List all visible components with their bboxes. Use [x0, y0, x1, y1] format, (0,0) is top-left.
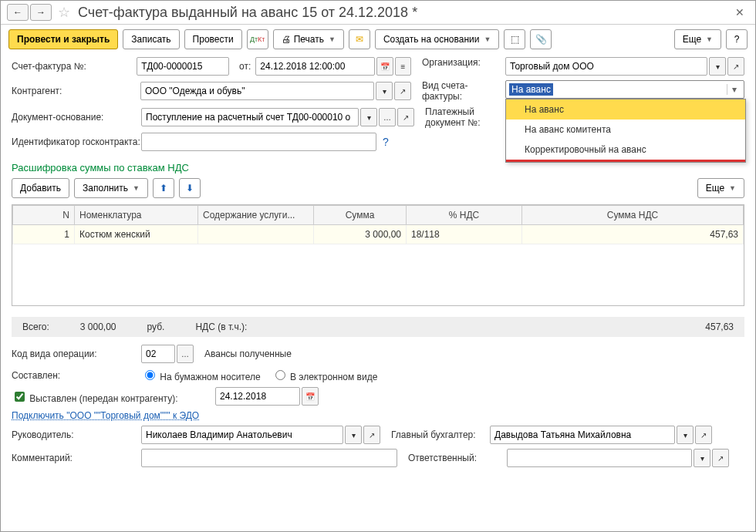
col-nomen[interactable]: Номенклатура — [75, 206, 198, 225]
invoice-kind-value: На аванс — [509, 83, 553, 96]
responsible-open-button[interactable]: ↗ — [712, 449, 729, 467]
org-input[interactable] — [505, 57, 707, 76]
help-button[interactable]: ? — [726, 29, 748, 49]
counterparty-label: Контрагент: — [12, 86, 140, 96]
issued-date-input[interactable] — [215, 387, 300, 406]
paperclip-icon: 📎 — [535, 34, 547, 45]
nav-back-button[interactable]: ← — [7, 4, 29, 21]
table-row: 1 Костюм женский 3 000,00 18/118 457,63 — [13, 225, 744, 244]
close-icon[interactable]: ✕ — [731, 5, 749, 20]
accountant-input[interactable] — [490, 426, 675, 444]
print-button[interactable]: 🖨Печать▼ — [273, 29, 344, 49]
post-button[interactable]: Провести — [184, 29, 242, 49]
date-extra-button[interactable]: ≡ — [395, 57, 411, 76]
fill-button[interactable]: Заполнить▼ — [74, 178, 148, 198]
post-and-close-button[interactable]: Провести и закрыть — [8, 29, 118, 49]
window-title: Счет-фактура выданный на аванс 15 от 24.… — [78, 5, 731, 21]
basis-label: Документ-основание: — [12, 112, 141, 123]
envelope-icon: ✉ — [356, 34, 363, 45]
arrow-up-icon: ⬆ — [160, 183, 167, 194]
radio-electronic[interactable]: В электронном виде — [272, 368, 378, 382]
dropdown-option[interactable]: На аванс — [506, 99, 745, 120]
from-label: от: — [229, 61, 255, 72]
table-more-button[interactable]: Еще▼ — [697, 178, 744, 198]
structure-button[interactable]: ⬚ — [504, 29, 525, 49]
radio-paper[interactable]: На бумажном носителе — [141, 368, 261, 382]
move-up-button[interactable]: ⬆ — [153, 178, 174, 198]
save-button[interactable]: Записать — [123, 29, 179, 49]
responsible-label: Ответственный: — [408, 453, 507, 463]
add-row-button[interactable]: Добавить — [12, 178, 69, 198]
dropdown-option[interactable]: Корректировочный на аванс — [506, 140, 745, 160]
email-button[interactable]: ✉ — [349, 29, 370, 49]
op-code-label: Код вида операции: — [12, 348, 141, 359]
pay-doc-label: Платежный документ №: — [425, 106, 508, 128]
director-select-button[interactable]: ▾ — [345, 426, 362, 444]
composed-label: Составлен: — [12, 370, 141, 381]
director-input[interactable] — [141, 426, 343, 444]
date-input[interactable] — [255, 57, 375, 76]
items-table[interactable]: N Номенклатура Содержание услуги... Сумм… — [12, 204, 744, 306]
accountant-label: Главный бухгалтер: — [391, 429, 490, 440]
structure-icon: ⬚ — [511, 34, 519, 45]
more-button[interactable]: Еще▼ — [674, 29, 721, 49]
totals-bar: Всего: 3 000,00 руб. НДС (в т.ч.): 457,6… — [12, 317, 744, 337]
basis-input[interactable] — [141, 108, 359, 126]
arrow-down-icon: ⬇ — [186, 183, 194, 194]
invoice-no-label: Счет-фактура №: — [12, 61, 137, 72]
edo-link[interactable]: Подключить "ООО ""Торговый дом""" к ЭДО — [12, 410, 199, 421]
responsible-input[interactable] — [507, 449, 692, 467]
col-vat-pct[interactable]: % НДС — [407, 206, 522, 225]
attach-button[interactable]: 📎 — [530, 29, 552, 49]
counterparty-open-button[interactable]: ↗ — [394, 82, 411, 100]
calendar-button[interactable]: 📅 — [376, 57, 393, 76]
help-icon[interactable]: ? — [383, 136, 389, 148]
contract-id-label: Идентификатор госконтракта: — [12, 136, 141, 147]
comment-input[interactable] — [141, 449, 397, 467]
col-sum[interactable]: Сумма — [314, 206, 407, 225]
basis-list-button[interactable]: … — [379, 108, 396, 126]
chevron-down-icon: ▾ — [727, 84, 741, 95]
accountant-select-button[interactable]: ▾ — [677, 426, 694, 444]
comment-label: Комментарий: — [12, 453, 141, 463]
nav-forward-button[interactable]: → — [30, 4, 52, 21]
col-n[interactable]: N — [13, 206, 75, 225]
org-open-button[interactable]: ↗ — [727, 57, 744, 76]
dt-kt-button[interactable]: ДтКт — [247, 29, 268, 49]
basis-open-button[interactable]: ↗ — [397, 108, 414, 126]
accountant-open-button[interactable]: ↗ — [695, 426, 712, 444]
printer-icon: 🖨 — [282, 34, 291, 45]
org-label: Организация: — [422, 57, 505, 68]
counterparty-input[interactable] — [140, 82, 374, 100]
invoice-kind-dropdown[interactable]: На аванс ▾ — [505, 80, 744, 99]
col-vat-sum[interactable]: Сумма НДС — [522, 206, 744, 225]
counterparty-select-button[interactable]: ▾ — [376, 82, 393, 100]
org-select-button[interactable]: ▾ — [709, 57, 726, 76]
invoice-no-input[interactable] — [137, 57, 229, 76]
dropdown-option[interactable]: На аванс комитента — [506, 120, 745, 140]
dropdown-separator — [506, 160, 745, 162]
invoice-kind-dropdown-list: На аванс На аванс комитента Корректирово… — [505, 99, 746, 163]
basis-select-button[interactable]: ▾ — [360, 108, 377, 126]
contract-id-input[interactable] — [141, 133, 376, 151]
issued-calendar-button[interactable]: 📅 — [302, 387, 319, 406]
favorite-star-icon[interactable]: ☆ — [58, 4, 70, 21]
move-down-button[interactable]: ⬇ — [179, 178, 201, 198]
col-service[interactable]: Содержание услуги... — [198, 206, 314, 225]
issued-checkbox[interactable]: Выставлен (передан контрагенту): — [12, 389, 215, 404]
director-open-button[interactable]: ↗ — [363, 426, 380, 444]
create-based-on-button[interactable]: Создать на основании▼ — [375, 29, 499, 49]
op-code-input[interactable] — [141, 345, 175, 363]
responsible-select-button[interactable]: ▾ — [694, 449, 710, 467]
invoice-kind-label: Вид счета-фактуры: — [422, 80, 505, 102]
op-code-text: Авансы полученные — [204, 348, 292, 359]
director-label: Руководитель: — [12, 429, 141, 440]
op-code-select-button[interactable]: … — [177, 345, 194, 363]
